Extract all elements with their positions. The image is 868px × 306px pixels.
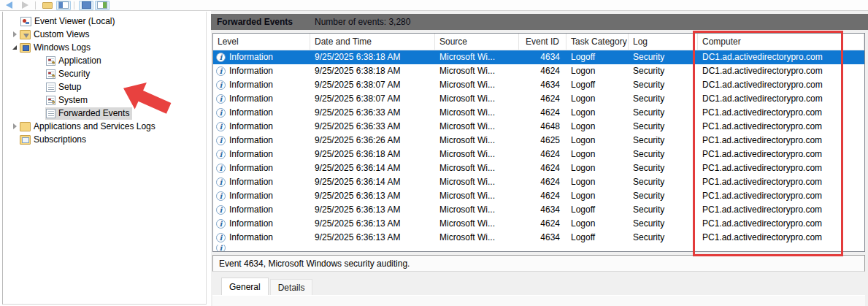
- source-cell: Microsoft Wi...: [435, 148, 519, 161]
- table-row[interactable]: iInformation 9/25/2025 6:38:18 AM Micros…: [213, 50, 864, 64]
- task-category-cell: Logoff: [566, 50, 629, 64]
- information-icon: i: [216, 80, 226, 90]
- level-cell: iInformation: [213, 189, 310, 203]
- level-text: Information: [229, 78, 273, 92]
- tree-item[interactable]: Custom Views: [3, 28, 206, 41]
- datetime-cell: 9/25/2025 6:36:13 AM: [310, 217, 435, 231]
- back-arrow-icon[interactable]: [1, 1, 16, 10]
- event-id-cell: 4634: [519, 50, 566, 64]
- datetime-cell: 9/25/2025 6:36:13 AM: [310, 231, 435, 245]
- information-icon: i: [216, 108, 226, 118]
- level-text: Information: [229, 106, 273, 120]
- column-header-task-category[interactable]: Task Category: [566, 34, 629, 50]
- log-cell: Security: [629, 64, 698, 78]
- tree-item-label: Subscriptions: [34, 134, 86, 145]
- datetime-cell: [310, 245, 435, 251]
- level-cell: iInformation: [213, 217, 310, 231]
- tree-item[interactable]: Applications and Services Logs: [3, 120, 206, 133]
- event-id-cell: 4634: [519, 78, 566, 92]
- datetime-cell: 9/25/2025 6:36:33 AM: [310, 120, 435, 134]
- toolbar-separator: [35, 1, 36, 9]
- level-text: Information: [229, 64, 273, 78]
- table-row[interactable]: iInformation 9/25/2025 6:36:13 AM Micros…: [213, 217, 864, 231]
- table-row[interactable]: iInformation 9/25/2025 6:36:18 AM Micros…: [213, 148, 864, 161]
- tree-item[interactable]: System: [3, 93, 206, 107]
- table-row[interactable]: iInformation 9/25/2025 6:36:14 AM Micros…: [213, 161, 864, 175]
- tree-item-label: System: [58, 95, 88, 105]
- source-cell: Microsoft Wi...: [435, 231, 519, 245]
- level-cell: iInformation: [213, 120, 310, 134]
- tree-item[interactable]: Windows Logs: [3, 41, 206, 54]
- table-row[interactable]: iInformation 9/25/2025 6:36:13 AM Micros…: [213, 231, 864, 245]
- event-id-cell: 4648: [519, 120, 566, 134]
- information-icon: i: [216, 164, 226, 173]
- source-cell: Microsoft Wi...: [435, 64, 519, 78]
- tab-details[interactable]: Details: [270, 279, 313, 295]
- tree-item[interactable]: Event Viewer (Local): [3, 15, 206, 28]
- computer-cell: PC1.ad.activedirectorypro.com: [698, 106, 864, 120]
- tree-item[interactable]: Forwarded Events: [3, 107, 206, 120]
- level-cell: i: [213, 245, 310, 251]
- level-text: Information: [229, 92, 273, 106]
- computer-cell: PC1.ad.activedirectorypro.com: [698, 161, 864, 175]
- source-cell: [435, 245, 519, 251]
- table-row[interactable]: iInformation 9/25/2025 6:36:13 AM Micros…: [213, 203, 864, 217]
- tab-general[interactable]: General: [221, 278, 269, 295]
- task-category-cell: Logoff: [566, 78, 629, 92]
- table-row[interactable]: iInformation 9/25/2025 6:36:33 AM Micros…: [213, 120, 864, 134]
- expander-icon[interactable]: [10, 31, 19, 37]
- column-header-event-id[interactable]: Event ID: [519, 34, 566, 50]
- log-cell: Security: [629, 50, 698, 64]
- table-row-partial[interactable]: i: [213, 245, 864, 251]
- log-cell: [629, 245, 698, 251]
- table-row[interactable]: iInformation 9/25/2025 6:38:07 AM Micros…: [213, 92, 864, 106]
- action-pane-toggle-icon[interactable]: [95, 1, 110, 10]
- forward-arrow-icon[interactable]: [18, 1, 32, 10]
- task-category-cell: Logon: [566, 189, 629, 203]
- event-preview-title-text: Event 4634, Microsoft Windows security a…: [219, 259, 410, 269]
- properties-icon[interactable]: [79, 1, 93, 10]
- table-row[interactable]: iInformation 9/25/2025 6:36:14 AM Micros…: [213, 175, 864, 189]
- column-header-source[interactable]: Source: [435, 34, 519, 50]
- datetime-cell: 9/25/2025 6:36:26 AM: [310, 134, 435, 148]
- tree-item[interactable]: Setup: [3, 80, 206, 93]
- information-icon: i: [216, 94, 226, 104]
- log-cell: Security: [629, 189, 698, 203]
- expander-icon[interactable]: [10, 123, 19, 129]
- table-row[interactable]: iInformation 9/25/2025 6:36:13 AM Micros…: [213, 189, 864, 203]
- table-row[interactable]: iInformation 9/25/2025 6:38:18 AM Micros…: [213, 64, 864, 78]
- tree-item-highlight: Forwarded Events: [45, 107, 132, 120]
- expander-icon[interactable]: [10, 45, 19, 50]
- tree-item-icon: [46, 69, 55, 79]
- column-header-computer[interactable]: Computer: [698, 34, 864, 50]
- tree-item[interactable]: Subscriptions: [3, 133, 206, 146]
- console-tree-toggle-icon[interactable]: [56, 1, 71, 10]
- column-header-datetime[interactable]: Date and Time: [310, 34, 435, 50]
- page-title: Forwarded Events: [217, 17, 293, 27]
- tree-item-icon: [46, 109, 55, 118]
- level-text: Information: [229, 203, 273, 217]
- source-cell: Microsoft Wi...: [435, 106, 519, 120]
- column-header-level[interactable]: Level: [213, 34, 310, 50]
- log-cell: Security: [629, 217, 698, 231]
- tree-item[interactable]: Application: [3, 54, 206, 67]
- tree-item-highlight: Security: [45, 68, 93, 80]
- folder-icon[interactable]: [40, 1, 55, 10]
- level-cell: iInformation: [213, 92, 310, 106]
- table-row[interactable]: iInformation 9/25/2025 6:36:33 AM Micros…: [213, 106, 864, 120]
- table-row[interactable]: iInformation 9/25/2025 6:38:07 AM Micros…: [213, 78, 864, 92]
- log-cell: Security: [629, 120, 698, 134]
- datetime-cell: 9/25/2025 6:36:13 AM: [310, 203, 435, 217]
- computer-cell: PC1.ad.activedirectorypro.com: [698, 134, 864, 148]
- column-header-log[interactable]: Log: [629, 34, 698, 50]
- computer-cell: PC1.ad.activedirectorypro.com: [698, 203, 864, 217]
- task-category-cell: Logoff: [566, 203, 629, 217]
- datetime-cell: 9/25/2025 6:36:13 AM: [310, 189, 435, 203]
- source-cell: Microsoft Wi...: [435, 203, 519, 217]
- level-cell: iInformation: [213, 78, 310, 92]
- tree-item[interactable]: Security: [3, 67, 206, 80]
- log-cell: Security: [629, 175, 698, 189]
- table-row[interactable]: iInformation 9/25/2025 6:36:26 AM Micros…: [213, 134, 864, 148]
- task-category-cell: Logon: [566, 120, 629, 134]
- log-cell: Security: [629, 78, 698, 92]
